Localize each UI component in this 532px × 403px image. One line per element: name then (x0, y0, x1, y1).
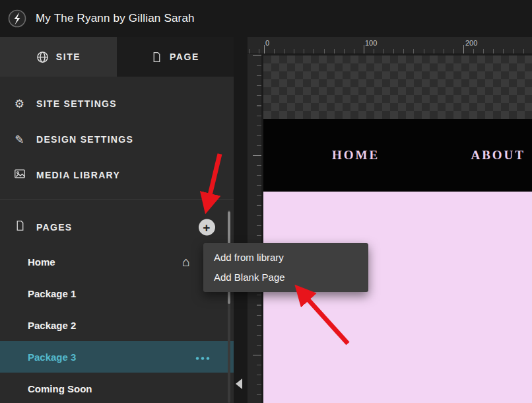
tab-site-label: SITE (56, 52, 81, 62)
sidebar-divider (0, 200, 234, 200)
home-icon: ⌂ (182, 254, 190, 270)
sidebar-menu: ⚙ SITE SETTINGS ✎ DESIGN SETTINGS MEDIA … (0, 77, 234, 193)
page-icon (151, 52, 162, 63)
page-item-label: Home (28, 256, 55, 268)
page-item-label: Package 2 (28, 320, 76, 331)
page-item-package-3[interactable]: Package 3 (0, 341, 234, 373)
site-settings-label: SITE SETTINGS (36, 98, 117, 109)
sidebar: SITE PAGE ⚙ SITE SETTINGS ✎ DESIGN SETTI… (0, 37, 234, 403)
page-item-home[interactable]: Home ⌂ (0, 246, 234, 277)
add-page-button[interactable]: + (199, 219, 215, 236)
tab-page-label: PAGE (170, 52, 199, 62)
page-canvas[interactable]: HOME ABOUT (261, 54, 532, 403)
app-window: My The Ryann by Gillian Sarah SITE (0, 0, 532, 403)
page-item-coming-soon[interactable]: Coming Soon (0, 373, 234, 403)
page-item-label: Package 1 (28, 288, 76, 299)
horizontal-ruler: 0 100 200 (248, 37, 532, 54)
site-preview-navbar[interactable]: HOME ABOUT (263, 119, 532, 192)
pages-section-header: PAGES + (0, 209, 234, 246)
design-settings-label: DESIGN SETTINGS (36, 134, 133, 145)
sidebar-collapse-arrow-icon[interactable] (236, 379, 242, 389)
add-page-context-menu: Add from library Add Blank Page (203, 243, 368, 292)
image-icon (13, 168, 26, 183)
menu-item-add-from-library[interactable]: Add from library (203, 248, 368, 268)
globe-icon (36, 51, 49, 63)
canvas-area: 0 100 200 HOME ABOUT (248, 37, 532, 403)
sidebar-item-media-library[interactable]: MEDIA LIBRARY (0, 157, 234, 193)
site-preview-page-body[interactable] (263, 192, 532, 403)
gear-icon: ⚙ (13, 97, 26, 111)
ruler-label-0: 0 (265, 39, 269, 47)
vertical-ruler (248, 54, 261, 403)
page-item-label: Package 3 (28, 351, 76, 363)
tab-site[interactable]: SITE (0, 37, 117, 77)
pages-list: Home ⌂ Package 1 Package 2 Package 3 (0, 246, 234, 403)
site-title: My The Ryann by Gillian Sarah (36, 12, 195, 25)
page-options-icon[interactable] (195, 351, 210, 363)
topbar: My The Ryann by Gillian Sarah (0, 0, 532, 37)
app-logo-icon (8, 9, 26, 28)
pages-icon (13, 220, 26, 235)
vruler-major-ticks (253, 54, 261, 403)
media-library-label: MEDIA LIBRARY (36, 170, 120, 180)
page-item-package-1[interactable]: Package 1 (0, 277, 234, 309)
ruler-label-200: 200 (465, 39, 477, 47)
sidebar-gutter (234, 37, 248, 403)
hruler-major-ticks (248, 45, 532, 54)
tab-page[interactable]: PAGE (117, 37, 234, 77)
menu-item-add-blank-page[interactable]: Add Blank Page (203, 268, 368, 287)
pages-header-label: PAGES (36, 222, 72, 233)
page-item-label: Coming Soon (28, 383, 92, 394)
sidebar-item-design-settings[interactable]: ✎ DESIGN SETTINGS (0, 122, 234, 157)
preview-nav-home[interactable]: HOME (332, 148, 380, 163)
pencil-icon: ✎ (13, 133, 26, 147)
sidebar-tabs: SITE PAGE (0, 37, 234, 77)
page-item-package-2[interactable]: Package 2 (0, 309, 234, 341)
preview-nav-about[interactable]: ABOUT (471, 148, 525, 163)
ruler-label-100: 100 (365, 39, 377, 47)
transparent-checker-region (263, 55, 532, 119)
sidebar-item-site-settings[interactable]: ⚙ SITE SETTINGS (0, 86, 234, 122)
